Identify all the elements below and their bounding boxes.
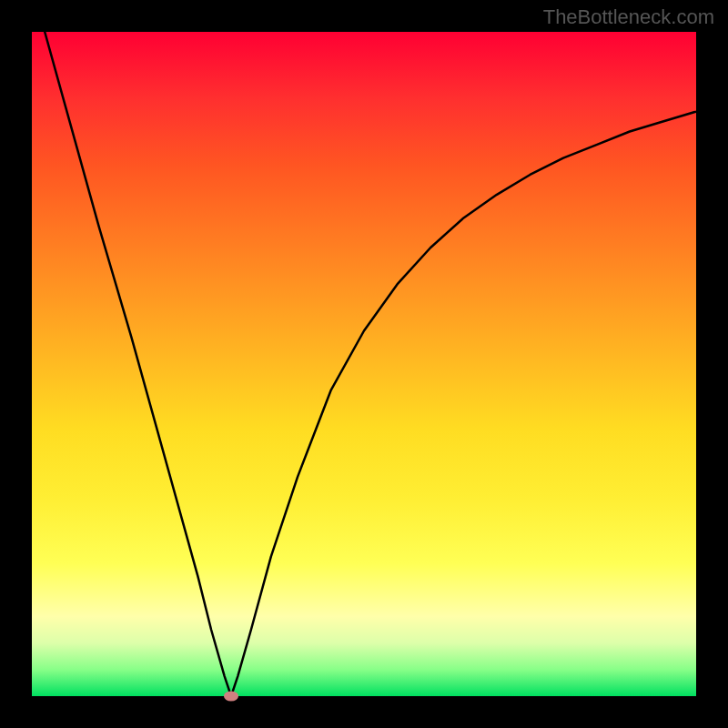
bottleneck-curve: [32, 32, 696, 696]
plot-area: [32, 32, 696, 696]
curve-layer: [32, 32, 696, 696]
chart-container: TheBottleneck.com: [0, 0, 728, 728]
optimal-point-marker: [224, 692, 238, 702]
attribution-text: TheBottleneck.com: [543, 5, 714, 29]
